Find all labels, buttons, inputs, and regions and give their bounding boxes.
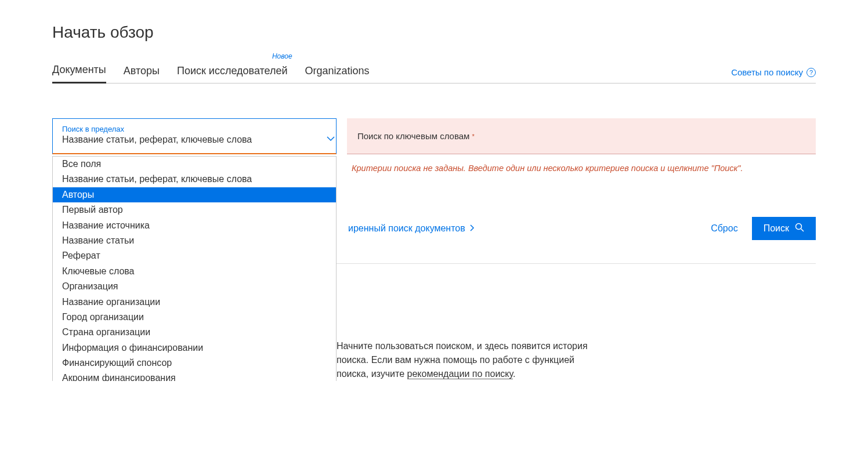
svg-line-1 bbox=[801, 229, 804, 232]
dropdown-option[interactable]: Ключевые слова bbox=[53, 264, 336, 279]
dropdown-option[interactable]: Авторы bbox=[53, 187, 336, 202]
dropdown-option[interactable]: Акроним финансирования bbox=[53, 371, 336, 381]
svg-point-0 bbox=[796, 224, 802, 230]
dropdown-option[interactable]: Город организации bbox=[53, 310, 336, 325]
dropdown-option[interactable]: Финансирующий спонсор bbox=[53, 355, 336, 371]
advanced-search-label: иренный поиск документов bbox=[348, 223, 465, 234]
tab-researchers[interactable]: Поиск исследователей Новое bbox=[177, 59, 288, 83]
search-within-dropdown[interactable]: Все поля Название статьи, реферат, ключе… bbox=[52, 156, 337, 381]
search-within-select[interactable]: Поиск в пределах Название статьи, рефера… bbox=[52, 118, 337, 154]
dropdown-option[interactable]: Информация о финансировании bbox=[53, 340, 336, 355]
history-hint-after: . bbox=[513, 369, 515, 379]
error-message: Критерии поиска не заданы. Введите один … bbox=[352, 164, 743, 173]
history-hint: Начните пользоваться поиском, и здесь по… bbox=[337, 339, 592, 381]
new-badge: Новое bbox=[272, 52, 292, 60]
dropdown-option[interactable]: Реферат bbox=[53, 248, 336, 263]
search-button[interactable]: Поиск bbox=[752, 217, 816, 240]
tab-label: Поиск исследователей bbox=[177, 65, 288, 77]
chevron-right-icon bbox=[470, 224, 475, 233]
dropdown-option[interactable]: Название статьи, реферат, ключевые слова bbox=[53, 172, 336, 187]
advanced-search-link[interactable]: иренный поиск документов bbox=[348, 223, 475, 234]
dropdown-option[interactable]: Все поля bbox=[53, 157, 336, 172]
tab-label: Документы bbox=[52, 64, 106, 75]
tab-authors[interactable]: Авторы bbox=[124, 59, 160, 83]
search-tips-label: Советы по поиску bbox=[731, 67, 803, 77]
search-recommendations-link[interactable]: рекомендации по поиску bbox=[407, 369, 513, 379]
dropdown-option[interactable]: Название статьи bbox=[53, 233, 336, 248]
help-icon: ? bbox=[806, 68, 816, 77]
keywords-input[interactable]: Поиск по ключевым словам * bbox=[347, 118, 816, 154]
tab-label: Organizations bbox=[305, 65, 370, 77]
dropdown-option[interactable]: Первый автор bbox=[53, 202, 336, 217]
search-icon bbox=[795, 223, 804, 234]
reset-button[interactable]: Сброс bbox=[711, 223, 738, 234]
search-area: Поиск в пределах Название статьи, рефера… bbox=[52, 118, 816, 154]
required-mark: * bbox=[472, 133, 474, 140]
search-button-label: Поиск bbox=[764, 223, 789, 234]
search-within-label: Поиск в пределах bbox=[62, 125, 327, 133]
search-tips-link[interactable]: Советы по поиску ? bbox=[731, 67, 816, 83]
tabs-bar: Документы Авторы Поиск исследователей Но… bbox=[52, 58, 816, 84]
dropdown-option[interactable]: Название источника bbox=[53, 218, 336, 233]
dropdown-option[interactable]: Организация bbox=[53, 279, 336, 294]
tab-label: Авторы bbox=[124, 65, 160, 77]
dropdown-option[interactable]: Название организации bbox=[53, 295, 336, 310]
search-within-value: Название статьи, реферат, ключевые слова bbox=[62, 135, 327, 145]
dropdown-option[interactable]: Страна организации bbox=[53, 325, 336, 340]
tab-documents[interactable]: Документы bbox=[52, 58, 106, 84]
page-title: Начать обзор bbox=[52, 23, 816, 42]
tab-organizations[interactable]: Organizations bbox=[305, 59, 370, 83]
keywords-placeholder: Поиск по ключевым словам bbox=[357, 131, 469, 141]
